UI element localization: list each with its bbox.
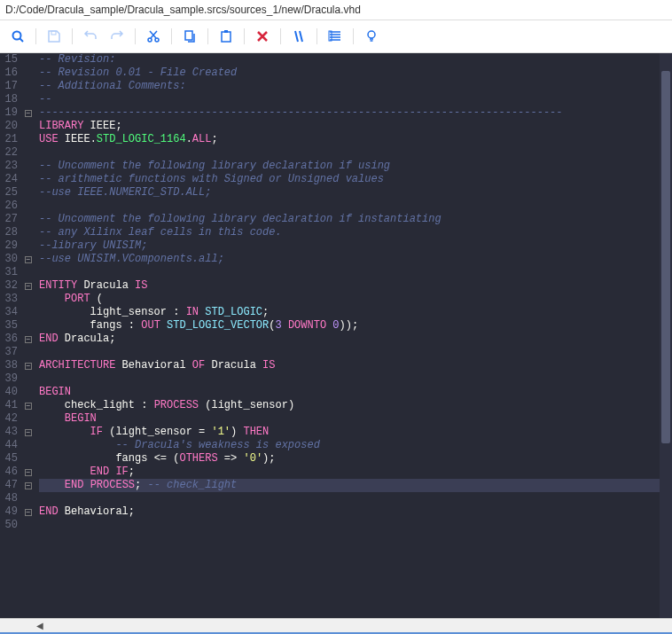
line-number: 23 <box>2 160 18 173</box>
indent-icon[interactable] <box>324 26 346 47</box>
code-line[interactable]: -- Revision: <box>39 53 672 67</box>
code-area[interactable]: -- Revision:-- Revision 0.01 - File Crea… <box>34 53 672 618</box>
fold-marker <box>23 306 34 319</box>
fold-marker[interactable]: − <box>23 399 34 412</box>
fold-marker <box>23 519 34 532</box>
code-line[interactable] <box>39 519 672 532</box>
code-line[interactable]: -- <box>39 93 672 106</box>
svg-rect-6 <box>222 32 231 42</box>
line-number: 24 <box>2 173 18 186</box>
code-line[interactable]: -- Dracula's weakness is exposed <box>39 439 672 452</box>
svg-rect-8 <box>329 31 332 41</box>
fold-marker <box>23 200 34 213</box>
code-line[interactable]: -- Uncomment the following library decla… <box>39 160 672 173</box>
fold-marker <box>23 412 34 426</box>
code-line[interactable]: ENTITY Dracula IS <box>39 279 672 293</box>
fold-marker <box>23 439 34 452</box>
fold-marker[interactable]: − <box>23 505 34 519</box>
code-line[interactable]: BEGIN <box>39 386 672 399</box>
code-line[interactable]: -- Revision 0.01 - File Created <box>39 67 672 80</box>
code-line[interactable]: light_sensor : IN STD_LOGIC; <box>39 306 672 319</box>
code-line[interactable] <box>39 146 672 160</box>
code-line[interactable]: END Behavioral; <box>39 505 672 519</box>
fold-marker[interactable]: − <box>23 279 34 293</box>
line-number: 47 <box>2 479 18 492</box>
fold-marker <box>23 173 34 186</box>
fold-marker <box>23 67 34 80</box>
code-line[interactable]: check_light : PROCESS (light_sensor) <box>39 399 672 412</box>
line-number: 27 <box>2 213 18 226</box>
paste-icon[interactable] <box>215 26 237 47</box>
line-number: 50 <box>2 519 18 532</box>
code-line[interactable]: -- any Xilinx leaf cells in this code. <box>39 226 672 239</box>
fold-marker[interactable]: − <box>23 426 34 439</box>
code-line[interactable]: -- arithmetic functions with Signed or U… <box>39 173 672 186</box>
code-line[interactable]: ARCHITECTURE Behavioral OF Dracula IS <box>39 359 672 372</box>
fold-marker <box>23 120 34 133</box>
code-editor[interactable]: 1516171819202122232425262728293031323334… <box>0 53 672 618</box>
code-line[interactable] <box>39 492 672 505</box>
fold-column[interactable]: −−−−−−−−−− <box>23 53 34 618</box>
code-line[interactable] <box>39 346 672 359</box>
code-line[interactable]: END Dracula; <box>39 333 672 346</box>
fold-marker[interactable]: − <box>23 479 34 492</box>
fold-marker <box>23 226 34 239</box>
line-number: 38 <box>2 359 18 372</box>
code-line[interactable]: -- Additional Comments: <box>39 80 672 93</box>
fold-marker <box>23 266 34 279</box>
separator <box>316 28 317 44</box>
code-line[interactable]: IF (light_sensor = '1') THEN <box>39 426 672 439</box>
fold-marker <box>23 133 34 146</box>
fold-marker[interactable]: − <box>23 466 34 479</box>
line-number: 28 <box>2 226 18 239</box>
line-number: 49 <box>2 505 18 519</box>
lightbulb-icon[interactable] <box>361 26 382 47</box>
code-line[interactable]: -- Uncomment the following library decla… <box>39 213 672 226</box>
separator <box>135 28 136 44</box>
code-line[interactable]: USE IEEE.STD_LOGIC_1164.ALL; <box>39 133 672 146</box>
scrollbar-thumb[interactable] <box>661 71 670 443</box>
copy-icon[interactable] <box>179 26 200 47</box>
line-number: 22 <box>2 146 18 160</box>
fold-marker <box>23 319 34 333</box>
fold-marker <box>23 146 34 160</box>
cut-icon[interactable] <box>143 26 164 47</box>
line-number: 39 <box>2 372 18 386</box>
line-number: 46 <box>2 466 18 479</box>
code-line[interactable]: PORT ( <box>39 293 672 306</box>
scroll-track[interactable] <box>46 620 672 632</box>
separator <box>72 28 73 44</box>
line-number: 30 <box>2 253 18 266</box>
delete-icon[interactable] <box>252 26 273 47</box>
line-number: 42 <box>2 412 18 426</box>
line-number: 43 <box>2 426 18 439</box>
fold-marker[interactable]: − <box>23 253 34 266</box>
fold-marker <box>23 293 34 306</box>
code-line[interactable]: --library UNISIM; <box>39 239 672 253</box>
code-line[interactable]: --use IEEE.NUMERIC_STD.ALL; <box>39 186 672 200</box>
code-line[interactable]: fangs : OUT STD_LOGIC_VECTOR(3 DOWNTO 0)… <box>39 319 672 333</box>
code-line[interactable] <box>39 266 672 279</box>
code-line[interactable]: fangs <= (OTHERS => '0'); <box>39 452 672 466</box>
code-line[interactable]: BEGIN <box>39 412 672 426</box>
code-line[interactable]: END PROCESS; -- check_light <box>39 479 672 492</box>
fold-marker[interactable]: − <box>23 106 34 120</box>
vertical-scrollbar[interactable] <box>660 53 672 618</box>
code-line[interactable]: LIBRARY IEEE; <box>39 120 672 133</box>
fold-marker <box>23 372 34 386</box>
code-line[interactable] <box>39 200 672 213</box>
code-line[interactable]: --use UNISIM.VComponents.all; <box>39 253 672 266</box>
scroll-left-icon[interactable]: ◀ <box>34 620 46 632</box>
code-line[interactable]: END IF; <box>39 466 672 479</box>
fold-marker[interactable]: − <box>23 333 34 346</box>
comment-icon[interactable] <box>288 26 309 47</box>
horizontal-scrollbar[interactable]: ◀ <box>0 618 672 632</box>
line-number: 44 <box>2 439 18 452</box>
search-icon[interactable] <box>7 26 28 47</box>
line-number: 35 <box>2 319 18 333</box>
fold-marker[interactable]: − <box>23 359 34 372</box>
code-line[interactable] <box>39 372 672 386</box>
line-number: 17 <box>2 80 18 93</box>
code-line[interactable]: ----------------------------------------… <box>39 106 672 120</box>
line-number: 15 <box>2 53 18 67</box>
